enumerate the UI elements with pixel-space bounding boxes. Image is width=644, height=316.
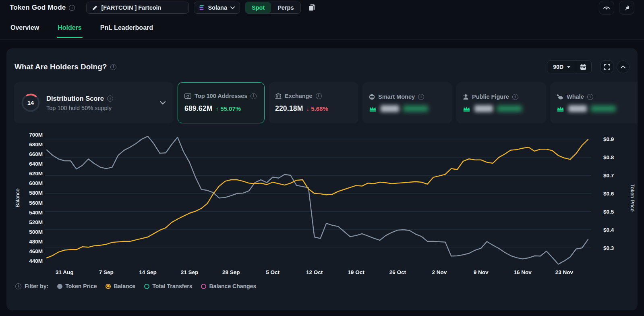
svg-text:540M: 540M [29, 210, 43, 216]
distribution-score-value: 14 [21, 93, 41, 113]
svg-text:580M: 580M [29, 190, 43, 196]
info-icon[interactable]: i [512, 94, 518, 100]
holders-chart-svg[interactable]: $0.9$0.8$0.7$0.6$0.5$0.4$0.3700M680M660M… [13, 127, 638, 279]
svg-text:16 Nov: 16 Nov [514, 269, 532, 275]
spot-tab[interactable]: Spot [245, 2, 271, 13]
svg-text:$0.9: $0.9 [603, 136, 614, 142]
info-icon[interactable]: i [418, 94, 424, 100]
legend-item-balance-changes[interactable]: Balance Changes [201, 283, 256, 289]
eye-icon [603, 5, 610, 10]
tab-overview[interactable]: Overview [10, 17, 40, 38]
crown-icon [557, 106, 564, 112]
info-icon[interactable]: i [69, 5, 75, 11]
svg-text:31 Aug: 31 Aug [56, 269, 74, 275]
timeframe-select[interactable]: 90D [547, 64, 575, 70]
tab-pnl-leaderboard[interactable]: PnL Leaderboard [99, 17, 154, 38]
collapse-button[interactable] [617, 60, 630, 73]
holders-panel: What Are Holders Doing? i 90D [6, 48, 638, 310]
timeframe-control: 90D [547, 60, 592, 73]
exchange-card[interactable]: Exchange i 220.18M ↓ 5.68% [269, 82, 358, 123]
calendar-button[interactable] [575, 64, 591, 70]
card-value: 689.62M [184, 104, 213, 113]
chevron-up-icon [621, 65, 625, 69]
distribution-score-card[interactable]: 14 Distribution Score i Top 100 hold 50%… [14, 82, 174, 123]
panel-title-text: What Are Holders Doing? [14, 62, 107, 71]
svg-text:$0.3: $0.3 [603, 245, 614, 251]
pin-icon [623, 4, 630, 11]
legend-item-token-price[interactable]: Token Price [57, 283, 97, 289]
pencil-icon [91, 4, 98, 11]
smart-money-card[interactable]: Smart Money i [362, 82, 452, 123]
svg-text:12 Oct: 12 Oct [306, 269, 323, 275]
svg-text:21 Sep: 21 Sep [181, 269, 199, 275]
svg-text:28 Sep: 28 Sep [222, 269, 240, 275]
whale-card[interactable]: Whale i [550, 82, 638, 123]
svg-text:9 Nov: 9 Nov [474, 269, 489, 275]
balance-changes-dot-icon [201, 284, 206, 289]
chain-select-value: Solana [208, 4, 227, 11]
top-bar: Token God Mode i [FARTCOIN ] Fartcoin So… [0, 0, 644, 15]
svg-text:620M: 620M [29, 170, 43, 177]
svg-text:680M: 680M [29, 141, 43, 148]
svg-text:$0.5: $0.5 [603, 209, 614, 215]
solana-icon [199, 5, 205, 10]
svg-text:19 Oct: 19 Oct [348, 269, 364, 275]
blurred-change [497, 106, 522, 112]
svg-text:$0.4: $0.4 [603, 227, 614, 233]
fullscreen-icon [604, 64, 610, 70]
app-title-text: Token God Mode [10, 4, 66, 12]
card-label: Exchange [285, 93, 313, 99]
chevron-down-icon[interactable] [160, 101, 166, 105]
info-icon[interactable]: i [15, 283, 21, 289]
whale-icon [557, 94, 563, 100]
token-field-value: [FARTCOIN ] Fartcoin [101, 4, 161, 11]
tab-holders[interactable]: Holders [57, 17, 83, 38]
crown-icon [463, 106, 470, 112]
card-label: Whale [567, 94, 584, 100]
info-icon[interactable]: i [107, 96, 113, 102]
legend-item-balance[interactable]: Balance [106, 283, 135, 289]
smart-money-icon [369, 94, 375, 100]
card-label: Smart Money [378, 94, 415, 100]
card-label: Top 100 Addresses [195, 93, 247, 99]
info-icon[interactable]: i [587, 94, 593, 100]
svg-text:$0.8: $0.8 [603, 154, 614, 160]
svg-text:14 Sep: 14 Sep [139, 269, 157, 275]
svg-text:480M: 480M [29, 239, 43, 245]
svg-text:26 Oct: 26 Oct [389, 269, 406, 275]
holders-chart[interactable]: $0.9$0.8$0.7$0.6$0.5$0.4$0.3700M680M660M… [13, 127, 631, 281]
blurred-change [591, 106, 616, 112]
public-figure-icon [463, 94, 469, 100]
info-icon[interactable]: i [316, 93, 322, 99]
chain-select[interactable]: Solana [194, 2, 240, 14]
svg-text:Balance: Balance [14, 189, 21, 208]
market-type-switch: Spot Perps [245, 2, 301, 14]
filter-by-text: Filter by: [25, 283, 48, 289]
copy-icon[interactable] [306, 2, 318, 14]
card-change: ↑ 55.07% [216, 105, 241, 112]
blurred-change [403, 106, 428, 112]
svg-text:23 Nov: 23 Nov [555, 269, 574, 275]
perps-tab[interactable]: Perps [271, 2, 300, 13]
info-icon[interactable]: i [110, 64, 116, 70]
svg-text:2 Nov: 2 Nov [432, 269, 447, 275]
svg-text:700M: 700M [29, 132, 43, 138]
svg-text:520M: 520M [29, 219, 43, 225]
app-title: Token God Mode i [10, 4, 75, 12]
top-100-addresses-card[interactable]: Top 100 Addresses i 689.62M ↑ 55.07% [178, 82, 265, 123]
public-figure-card[interactable]: Public Figure i [456, 82, 546, 123]
balance-dot-icon [106, 284, 111, 289]
distribution-score-gauge: 14 [21, 93, 41, 113]
svg-text:$0.7: $0.7 [603, 173, 614, 179]
fullscreen-button[interactable] [601, 60, 613, 73]
token-search-field[interactable]: [FARTCOIN ] Fartcoin [86, 2, 189, 14]
holder-stat-cards: 14 Distribution Score i Top 100 hold 50%… [13, 82, 631, 123]
svg-text:500M: 500M [29, 229, 43, 235]
pin-button[interactable] [619, 1, 634, 15]
info-icon[interactable]: i [251, 93, 257, 99]
watchlist-button[interactable] [599, 1, 614, 15]
legend-item-total-transfers[interactable]: Total Transfers [144, 283, 192, 289]
card-label: Public Figure [472, 94, 509, 100]
chart-filter-legend: i Filter by: Token Price Balance Total T… [13, 283, 631, 289]
chevron-down-icon [567, 66, 571, 69]
